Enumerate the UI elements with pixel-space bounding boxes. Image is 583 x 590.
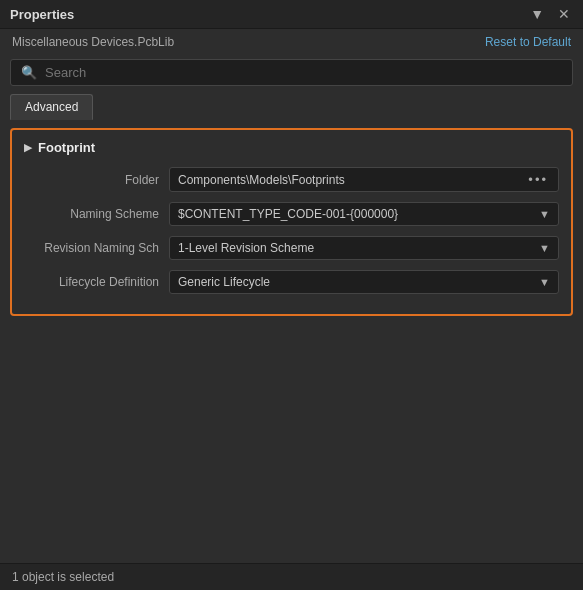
naming-scheme-select[interactable]: $CONTENT_TYPE_CODE-001-{000000} ▼	[169, 202, 559, 226]
close-button[interactable]: ✕	[555, 6, 573, 22]
title-bar: Properties ▼ ✕	[0, 0, 583, 29]
search-icon: 🔍	[21, 65, 37, 80]
status-text: 1 object is selected	[12, 570, 114, 584]
revision-naming-label: Revision Naming Sch	[24, 241, 169, 255]
section-header: ▶ Footprint	[24, 140, 559, 155]
footprint-section: ▶ Footprint Folder Components\Models\Foo…	[10, 128, 573, 316]
status-bar: 1 object is selected	[0, 563, 583, 590]
folder-dots-button[interactable]: •••	[526, 172, 550, 187]
folder-label: Folder	[24, 173, 169, 187]
folder-value: Components\Models\Footprints •••	[169, 167, 559, 192]
lifecycle-definition-select[interactable]: Generic Lifecycle ▼	[169, 270, 559, 294]
tab-advanced[interactable]: Advanced	[10, 94, 93, 120]
folder-field-row: Folder Components\Models\Footprints •••	[24, 167, 559, 192]
tab-bar: Advanced	[0, 94, 583, 120]
lifecycle-definition-field-row: Lifecycle Definition Generic Lifecycle ▼	[24, 270, 559, 294]
window-title: Properties	[10, 7, 74, 22]
section-title: Footprint	[38, 140, 95, 155]
subtitle-text: Miscellaneous Devices.PcbLib	[12, 35, 174, 49]
search-input[interactable]	[45, 65, 562, 80]
search-bar: 🔍	[10, 59, 573, 86]
lifecycle-definition-label: Lifecycle Definition	[24, 275, 169, 289]
reset-to-default-link[interactable]: Reset to Default	[485, 35, 571, 49]
section-arrow-icon: ▶	[24, 141, 32, 154]
lifecycle-definition-dropdown-icon: ▼	[539, 276, 550, 288]
pin-button[interactable]: ▼	[527, 6, 547, 22]
revision-naming-dropdown-icon: ▼	[539, 242, 550, 254]
revision-naming-select[interactable]: 1-Level Revision Scheme ▼	[169, 236, 559, 260]
naming-scheme-dropdown-icon: ▼	[539, 208, 550, 220]
naming-scheme-field-row: Naming Scheme $CONTENT_TYPE_CODE-001-{00…	[24, 202, 559, 226]
subtitle-bar: Miscellaneous Devices.PcbLib Reset to De…	[0, 29, 583, 55]
title-controls: ▼ ✕	[527, 6, 573, 22]
revision-naming-field-row: Revision Naming Sch 1-Level Revision Sch…	[24, 236, 559, 260]
naming-scheme-label: Naming Scheme	[24, 207, 169, 221]
